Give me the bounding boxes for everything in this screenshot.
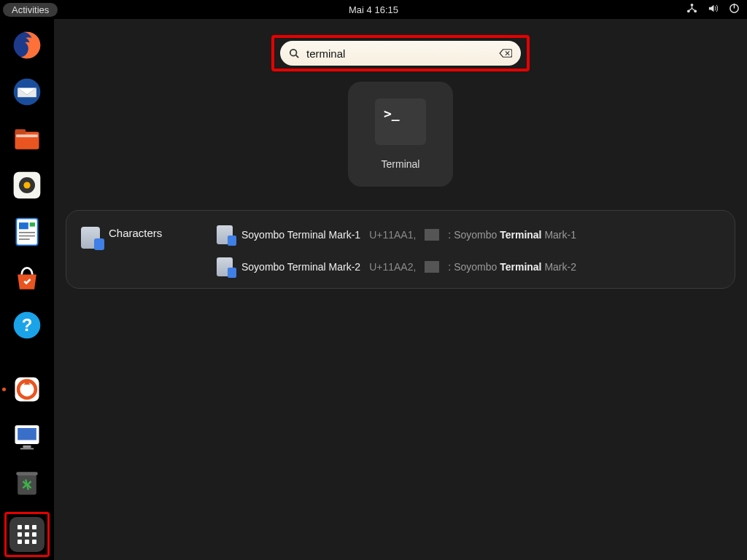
svg-rect-16 — [30, 222, 35, 227]
volume-icon[interactable] — [708, 3, 719, 16]
svg-rect-27 — [20, 448, 34, 450]
character-name: Soyombo Terminal Mark-2 — [241, 261, 360, 273]
character-name: Soyombo Terminal Mark-1 — [241, 229, 360, 241]
svg-rect-15 — [19, 222, 28, 229]
svg-rect-29 — [16, 472, 37, 475]
character-preview — [425, 229, 439, 241]
activities-button[interactable]: Activities — [3, 3, 58, 17]
search-bar[interactable] — [280, 41, 521, 66]
character-glyph-icon — [217, 257, 233, 276]
show-apps-highlight — [4, 512, 50, 557]
svg-rect-25 — [18, 428, 36, 440]
app-result-terminal[interactable]: >_ Terminal — [348, 82, 453, 187]
svg-rect-18 — [19, 236, 35, 237]
characters-title: Characters — [109, 227, 162, 239]
svg-text:?: ? — [22, 315, 33, 335]
character-result-row[interactable]: Soyombo Terminal Mark-1 U+11AA1, : Soyom… — [217, 225, 720, 244]
svg-rect-9 — [16, 135, 37, 138]
terminal-icon: >_ — [375, 98, 426, 145]
clear-icon[interactable] — [499, 48, 512, 58]
dock-thunderbird[interactable] — [9, 74, 44, 109]
character-glyph-icon — [217, 225, 233, 244]
network-icon[interactable] — [686, 3, 697, 16]
characters-app-icon — [81, 227, 100, 249]
power-icon[interactable] — [729, 3, 740, 16]
grid-icon — [18, 525, 36, 544]
character-code: U+11AA2, — [369, 261, 416, 273]
dock-help[interactable]: ? — [9, 308, 44, 343]
search-icon — [289, 48, 299, 58]
svg-point-0 — [691, 4, 694, 7]
dock-screenshot[interactable] — [9, 419, 44, 454]
dock-software-updater[interactable] — [9, 372, 44, 407]
dock-files[interactable] — [9, 121, 44, 156]
dock: ? — [0, 19, 54, 560]
character-description: : Soyombo Terminal Mark-2 — [448, 261, 576, 273]
clock[interactable]: Mai 4 16:15 — [349, 4, 398, 15]
svg-rect-4 — [734, 4, 735, 9]
top-bar: Activities Mai 4 16:15 — [0, 0, 747, 19]
dock-software-center[interactable] — [9, 261, 44, 296]
dock-libreoffice-writer[interactable] — [9, 214, 44, 249]
show-applications-button[interactable] — [9, 517, 44, 552]
dock-trash[interactable] — [9, 465, 44, 500]
system-tray[interactable] — [686, 3, 740, 16]
characters-header[interactable]: Characters — [81, 222, 198, 276]
svg-point-12 — [23, 182, 30, 188]
character-result-row[interactable]: Soyombo Terminal Mark-2 U+11AA2, : Soyom… — [217, 257, 720, 276]
dock-firefox[interactable] — [9, 28, 44, 63]
character-description: : Soyombo Terminal Mark-1 — [448, 229, 576, 241]
character-code: U+11AA1, — [369, 229, 416, 241]
running-indicator — [2, 388, 6, 392]
search-highlight — [271, 35, 530, 71]
search-input[interactable] — [306, 47, 492, 60]
dock-rhythmbox[interactable] — [9, 168, 44, 203]
character-preview — [425, 261, 439, 273]
svg-rect-8 — [15, 129, 26, 134]
characters-panel: Characters Soyombo Terminal Mark-1 U+11A… — [66, 210, 735, 289]
svg-point-30 — [290, 50, 297, 56]
terminal-prompt-glyph: >_ — [384, 106, 400, 121]
svg-rect-19 — [19, 238, 30, 240]
svg-rect-26 — [23, 446, 31, 448]
activities-overview: >_ Terminal Characters Soyombo Terminal … — [54, 19, 747, 560]
svg-rect-17 — [19, 232, 35, 233]
app-result-label: Terminal — [382, 158, 420, 170]
